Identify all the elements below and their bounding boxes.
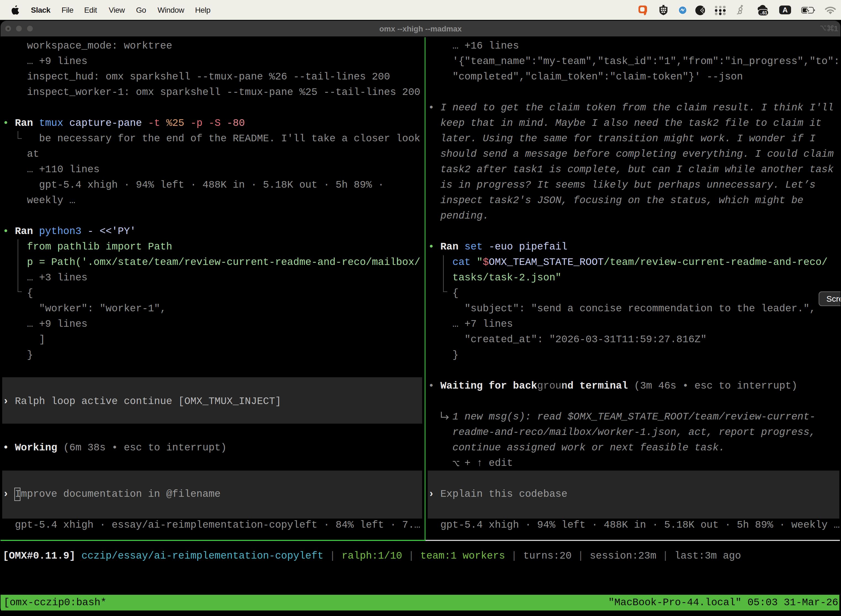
svg-text:..61: ..61 bbox=[760, 10, 767, 15]
